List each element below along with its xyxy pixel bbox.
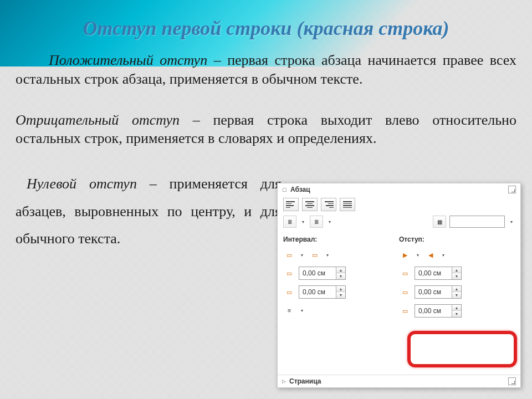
panel-header-paragraph[interactable]: ▢ Абзац [278, 183, 520, 196]
fields-columns: ▭ ▾ ▭ ▾ ▭ 0,00 см ▲▼ ▭ 0,00 см ▲▼ [278, 245, 520, 318]
spinner-up-icon[interactable]: ▲ [452, 286, 461, 292]
dropdown-icon[interactable]: ▾ [440, 253, 447, 258]
term-negative: Отрицательный отступ [16, 112, 180, 128]
spinner-down-icon[interactable]: ▼ [452, 292, 461, 298]
dropdown-icon[interactable]: ▾ [508, 219, 515, 224]
bg-color-button[interactable]: ▦ [433, 216, 446, 228]
spacing-below-icon[interactable]: ▭ [309, 249, 321, 261]
indent-right-row: ▭ 0,00 см ▲▼ [399, 285, 515, 299]
interval-icons-row: ▭ ▾ ▭ ▾ [283, 249, 399, 261]
indent-left-value: 0,00 см [415, 267, 452, 279]
decrease-indent-icon[interactable]: ◀ [424, 249, 437, 261]
spacing-before-value: 0,00 см [299, 267, 336, 279]
collapse-icon: ▢ [282, 187, 287, 192]
indent-left-row: ▭ 0,00 см ▲▼ [399, 267, 515, 280]
dropdown-icon[interactable]: ▾ [324, 253, 331, 258]
bullet-list-button[interactable]: ≣ [283, 216, 296, 228]
spacing-before-input[interactable]: 0,00 см ▲▼ [299, 267, 346, 280]
list-row: ≣ ▾ ≣ ▾ ▦ ▾ [278, 213, 520, 230]
first-line-indent-input[interactable]: 0,00 см ▲▼ [415, 304, 462, 318]
first-line-indent-value: 0,00 см [415, 305, 452, 317]
spinner-up-icon[interactable]: ▲ [336, 286, 345, 292]
dropdown-icon[interactable]: ▾ [299, 308, 305, 313]
spinner-down-icon[interactable]: ▼ [452, 311, 461, 317]
spacing-before-icon: ▭ [283, 267, 295, 279]
interval-column: ▭ ▾ ▭ ▾ ▭ 0,00 см ▲▼ ▭ 0,00 см ▲▼ [283, 245, 399, 318]
paragraph-zero: Нулевой отступ – применяется для абзацев… [16, 170, 282, 252]
dialog-launcher-icon[interactable] [508, 377, 516, 385]
indent-right-value: 0,00 см [415, 286, 452, 298]
indent-right-icon: ▭ [399, 286, 411, 298]
alignment-row [278, 196, 520, 213]
panel-header-page[interactable]: ▷ Страница [278, 375, 520, 387]
dropdown-icon[interactable]: ▾ [300, 219, 306, 224]
align-left-button[interactable] [283, 198, 299, 211]
line-spacing-icon[interactable]: ≡ [283, 304, 295, 316]
spacing-after-row: ▭ 0,00 см ▲▼ [283, 285, 399, 299]
panel-title-page: Страница [289, 377, 508, 385]
spinner-down-icon[interactable]: ▼ [336, 292, 345, 298]
line-spacing-row: ≡ ▾ [283, 304, 399, 316]
dropdown-icon[interactable]: ▾ [326, 219, 333, 224]
expand-icon: ▷ [282, 378, 286, 384]
paragraph-negative: Отрицательный отступ – первая строка вых… [16, 111, 516, 149]
paragraph-panel: ▢ Абзац ≣ ▾ ≣ ▾ ▦ ▾ Интервал: Отступ: ▭ … [277, 183, 521, 388]
indent-column: ▶ ▾ ◀ ▾ ▭ 0,00 см ▲▼ ▭ 0,00 см ▲▼ [399, 245, 515, 318]
red-highlight [407, 331, 517, 367]
spinner-up-icon[interactable]: ▲ [452, 267, 461, 273]
spacing-after-value: 0,00 см [299, 286, 336, 298]
spinner-up-icon[interactable]: ▲ [336, 267, 345, 273]
label-indent: Отступ: [399, 236, 515, 243]
spinner-down-icon[interactable]: ▼ [452, 273, 461, 279]
slide-title: Отступ первой строки (красная строка) [16, 17, 516, 40]
first-line-indent-icon: ▭ [399, 305, 411, 317]
spacing-before-row: ▭ 0,00 см ▲▼ [283, 267, 399, 280]
align-right-button[interactable] [321, 198, 336, 211]
indent-right-input[interactable]: 0,00 см ▲▼ [415, 285, 462, 299]
spacing-after-icon: ▭ [283, 286, 295, 298]
bg-color-input[interactable] [449, 216, 505, 228]
align-justify-button[interactable] [340, 198, 355, 211]
indent-left-icon: ▭ [399, 267, 411, 279]
dropdown-icon[interactable]: ▾ [299, 253, 305, 258]
first-line-indent-row: ▭ 0,00 см ▲▼ [399, 304, 515, 318]
labels-row: Интервал: Отступ: [278, 230, 520, 245]
term-positive: Положительный отступ [49, 52, 207, 68]
spinner-down-icon[interactable]: ▼ [336, 273, 345, 279]
dropdown-icon[interactable]: ▾ [415, 253, 421, 258]
increase-indent-icon[interactable]: ▶ [399, 249, 411, 261]
indent-left-input[interactable]: 0,00 см ▲▼ [415, 267, 462, 280]
label-interval: Интервал: [283, 236, 399, 243]
align-center-button[interactable] [302, 198, 318, 211]
dialog-launcher-icon[interactable] [508, 186, 516, 193]
spacing-after-input[interactable]: 0,00 см ▲▼ [299, 285, 346, 299]
indent-icons-row: ▶ ▾ ◀ ▾ [399, 249, 515, 261]
term-zero: Нулевой отступ [27, 176, 137, 192]
panel-title-paragraph: Абзац [290, 186, 508, 193]
spinner-up-icon[interactable]: ▲ [452, 305, 461, 311]
spacing-above-icon[interactable]: ▭ [283, 249, 295, 261]
paragraph-positive: Положительный отступ – первая строка абз… [16, 51, 516, 89]
number-list-button[interactable]: ≣ [310, 216, 323, 228]
